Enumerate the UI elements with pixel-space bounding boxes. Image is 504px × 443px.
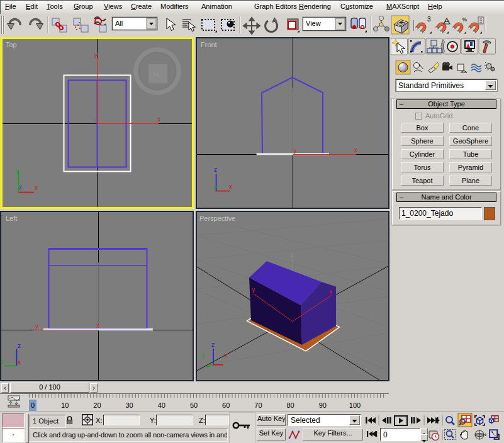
svg-text:z: z [19, 184, 22, 191]
svg-text:x: x [96, 322, 99, 329]
svg-text:Perspective: Perspective [199, 215, 235, 222]
svg-text:All: All [115, 20, 123, 27]
svg-text:x: x [157, 116, 160, 123]
svg-text:90: 90 [319, 401, 327, 409]
svg-text:80: 80 [286, 401, 294, 409]
svg-text:60: 60 [222, 401, 230, 409]
svg-text:y: y [213, 184, 216, 191]
svg-text:y: y [35, 323, 38, 330]
svg-text:z: z [18, 342, 21, 349]
svg-text:0: 0 [31, 401, 35, 409]
svg-text:x: x [224, 352, 227, 359]
svg-text:x: x [329, 288, 332, 295]
svg-text:Front: Front [201, 41, 217, 48]
svg-text:z: z [214, 166, 217, 173]
svg-text:x: x [35, 184, 38, 191]
svg-text:View: View [306, 20, 321, 27]
svg-text:y: y [294, 147, 297, 154]
svg-text:z: z [291, 87, 294, 93]
svg-text:y: y [94, 52, 98, 59]
svg-text:top: top [154, 71, 161, 77]
svg-text:%: % [462, 16, 467, 23]
svg-text:Top: Top [6, 41, 17, 48]
svg-text:y: y [202, 352, 205, 359]
svg-text:Left: Left [6, 215, 17, 222]
svg-text:30: 30 [125, 401, 133, 409]
svg-text:z: z [291, 252, 294, 258]
svg-text:y: y [252, 286, 255, 293]
svg-text:y: y [1, 357, 4, 364]
svg-text:70: 70 [254, 401, 262, 409]
svg-text:50: 50 [190, 401, 198, 409]
svg-text:z: z [211, 341, 215, 348]
svg-text:x: x [229, 183, 232, 190]
svg-text:20: 20 [93, 401, 101, 409]
svg-text:x: x [354, 147, 357, 154]
svg-text:z: z [94, 117, 97, 123]
svg-text:3: 3 [427, 16, 431, 23]
svg-text:y: y [16, 167, 19, 174]
svg-text:100: 100 [349, 401, 361, 409]
svg-text:10: 10 [61, 401, 69, 409]
svg-text:x: x [18, 359, 21, 366]
svg-text:40: 40 [158, 401, 165, 409]
